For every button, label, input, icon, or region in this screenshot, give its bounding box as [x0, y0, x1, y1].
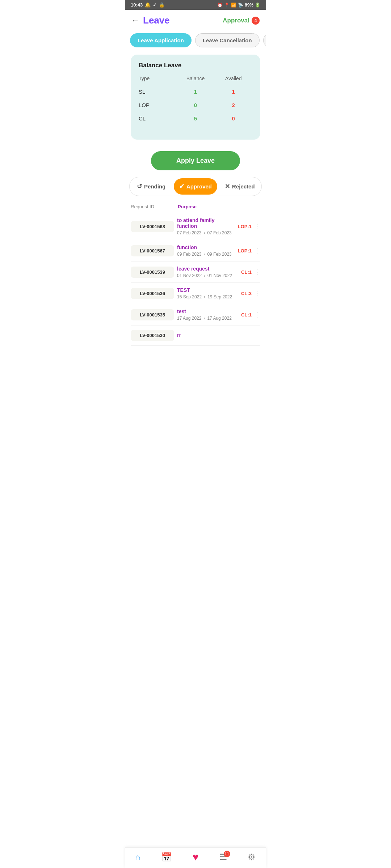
- wifi-icon: 📶: [231, 3, 236, 8]
- leave-details-1567: function 09 Feb 2023 › 09 Feb 2023: [177, 244, 235, 257]
- leave-list: Request ID Purpose LV-0001568 to attend …: [125, 202, 266, 346]
- filter-rejected[interactable]: ✕ Rejected: [218, 177, 261, 196]
- back-button[interactable]: ←: [131, 16, 139, 25]
- availed-sl: 1: [214, 89, 252, 95]
- header: ← Leave Approval 4: [125, 10, 266, 30]
- alarm-icon: ⏰: [217, 3, 223, 8]
- col-availed-header: Availed: [214, 76, 252, 81]
- balance-lop: 0: [177, 102, 215, 108]
- leave-meta-1535: CL:1 ⋮: [241, 311, 260, 319]
- apply-leave-container: Apply Leave: [125, 143, 266, 177]
- leave-details-1539: leave request 01 Nov 2022 › 01 Nov 2022: [177, 266, 238, 278]
- balance-row-sl: SL 1 1: [139, 85, 252, 98]
- leave-meta-1568: LOP:1 ⋮: [238, 222, 260, 230]
- leave-id-1539: LV-0001539: [131, 267, 174, 278]
- leave-dates-1536: 15 Sep 2022 › 19 Sep 2022: [177, 294, 238, 299]
- col-balance-header: Balance: [177, 76, 215, 81]
- filter-pending[interactable]: ↺ Pending: [130, 177, 173, 196]
- filter-approved[interactable]: ✔ Approved: [174, 178, 217, 195]
- arrow-icon-1535: ›: [203, 316, 205, 321]
- leave-details-1568: to attend family function 07 Feb 2023 › …: [177, 217, 235, 235]
- col-type-header: Type: [139, 76, 177, 81]
- leave-purpose-1535: test: [177, 309, 238, 314]
- leave-meta-1536: CL:3 ⋮: [241, 289, 260, 297]
- leave-id-1567: LV-0001567: [131, 245, 174, 256]
- leave-purpose-1536: TEST: [177, 287, 238, 293]
- balance-row-lop: LOP 0 2: [139, 98, 252, 112]
- leave-type-sl: SL: [139, 89, 177, 95]
- balance-row-cl: CL 5 0: [139, 112, 252, 125]
- leave-item-1530: LV-0001530 rr: [131, 326, 260, 346]
- leave-item-1568: LV-0001568 to attend family function 07 …: [131, 213, 260, 240]
- arrow-icon-1539: ›: [204, 273, 205, 278]
- leave-type-badge-1536: CL:3: [241, 291, 252, 296]
- approval-badge: 4: [252, 17, 260, 25]
- leave-purpose-1539: leave request: [177, 266, 238, 272]
- leave-id-1568: LV-0001568: [131, 221, 174, 232]
- list-header-request-id: Request ID: [131, 204, 178, 209]
- more-options-1539[interactable]: ⋮: [254, 268, 260, 276]
- leave-type-badge-1535: CL:1: [241, 312, 252, 318]
- balance-leave-title: Balance Leave: [139, 62, 252, 69]
- leave-meta-1567: LOP:1 ⋮: [238, 247, 260, 255]
- page-title: Leave: [143, 15, 170, 26]
- balance-leave-card: Balance Leave Type Balance Availed SL 1 …: [131, 55, 260, 140]
- signal-icon: 📡: [238, 3, 243, 8]
- balance-cl: 5: [177, 115, 215, 122]
- leave-type-cl: CL: [139, 115, 177, 122]
- leave-type-lop: LOP: [139, 102, 177, 108]
- leave-type-badge-1539: CL:1: [241, 269, 252, 275]
- leave-item-1535: LV-0001535 test 17 Aug 2022 › 17 Aug 202…: [131, 304, 260, 326]
- leave-details-1536: TEST 15 Sep 2022 › 19 Sep 2022: [177, 287, 238, 299]
- availed-lop: 2: [214, 102, 252, 108]
- location-icon: 📍: [224, 3, 230, 8]
- leave-item-1536: LV-0001536 TEST 15 Sep 2022 › 19 Sep 202…: [131, 283, 260, 304]
- tab-compensation[interactable]: Compensation: [263, 33, 266, 47]
- status-bar: 10:43 🔔 ✓ 🔒 ⏰ 📍 📶 📡 89% 🔋: [125, 0, 266, 10]
- lock-icon: 🔒: [159, 2, 165, 8]
- apply-leave-button[interactable]: Apply Leave: [151, 151, 240, 170]
- status-filter-bar: ↺ Pending ✔ Approved ✕ Rejected: [129, 177, 262, 196]
- more-options-1535[interactable]: ⋮: [254, 311, 260, 319]
- leave-type-badge-1568: LOP:1: [238, 224, 252, 229]
- more-options-1568[interactable]: ⋮: [254, 222, 260, 230]
- approval-label[interactable]: Approval: [223, 17, 249, 24]
- tab-leave-cancellation[interactable]: Leave Cancellation: [195, 33, 260, 47]
- pending-icon: ↺: [137, 183, 142, 190]
- leave-dates-1539: 01 Nov 2022 › 01 Nov 2022: [177, 273, 238, 278]
- list-header-purpose: Purpose: [178, 204, 260, 209]
- battery-icon: 🔋: [255, 3, 260, 8]
- approved-icon: ✔: [179, 183, 184, 190]
- alert-icon: 🔔: [145, 2, 151, 8]
- leave-item-1567: LV-0001567 function 09 Feb 2023 › 09 Feb…: [131, 240, 260, 261]
- more-options-1536[interactable]: ⋮: [254, 289, 260, 297]
- leave-purpose-1568: to attend family function: [177, 217, 235, 229]
- leave-purpose-1530: rr: [177, 332, 260, 338]
- leave-meta-1539: CL:1 ⋮: [241, 268, 260, 276]
- leave-dates-1567: 09 Feb 2023 › 09 Feb 2023: [177, 252, 235, 257]
- leave-details-1535: test 17 Aug 2022 › 17 Aug 2022: [177, 309, 238, 321]
- rejected-icon: ✕: [225, 183, 230, 190]
- leave-dates-1535: 17 Aug 2022 › 17 Aug 2022: [177, 316, 238, 321]
- balance-sl: 1: [177, 89, 215, 95]
- battery: 89%: [245, 3, 253, 8]
- filter-rejected-label: Rejected: [232, 183, 255, 190]
- leave-id-1530: LV-0001530: [131, 330, 174, 341]
- leave-item-1539: LV-0001539 leave request 01 Nov 2022 › 0…: [131, 261, 260, 283]
- balance-table: Type Balance Availed SL 1 1 LOP 0 2 CL 5…: [139, 74, 252, 125]
- leave-type-badge-1567: LOP:1: [238, 248, 252, 254]
- arrow-icon-1536: ›: [204, 294, 205, 299]
- arrow-icon-1568: ›: [203, 230, 205, 235]
- filter-pending-label: Pending: [144, 183, 165, 190]
- availed-cl: 0: [214, 115, 252, 122]
- leave-dates-1568: 07 Feb 2023 › 07 Feb 2023: [177, 230, 235, 235]
- tab-bar: Leave Application Leave Cancellation Com…: [125, 30, 266, 51]
- more-options-1567[interactable]: ⋮: [254, 247, 260, 255]
- time: 10:43: [131, 2, 143, 8]
- leave-id-1535: LV-0001535: [131, 309, 174, 320]
- arrow-icon-1567: ›: [203, 252, 205, 257]
- filter-approved-label: Approved: [186, 183, 212, 190]
- tab-leave-application[interactable]: Leave Application: [130, 33, 192, 47]
- leave-purpose-1567: function: [177, 244, 235, 250]
- leave-details-1530: rr: [177, 332, 260, 339]
